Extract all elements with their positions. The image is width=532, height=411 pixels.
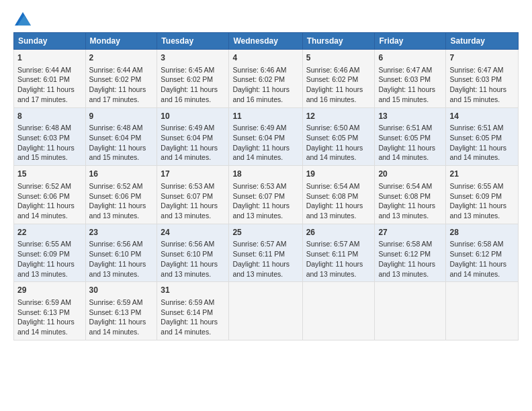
day-info-line: and 15 minutes. bbox=[449, 95, 515, 105]
day-info-line: Sunset: 6:07 PM bbox=[232, 191, 298, 201]
day-info-line: and 16 minutes. bbox=[232, 95, 298, 105]
day-info-line: Sunrise: 6:50 AM bbox=[306, 123, 371, 133]
day-info-line: Sunset: 6:05 PM bbox=[378, 133, 442, 143]
day-info-line: and 14 minutes. bbox=[17, 327, 82, 337]
day-number: 8 bbox=[17, 111, 82, 122]
day-info-line: Sunrise: 6:58 AM bbox=[449, 239, 515, 249]
day-info-line: Sunset: 6:05 PM bbox=[449, 133, 515, 143]
day-info-line: and 13 minutes. bbox=[232, 211, 298, 221]
day-number: 11 bbox=[232, 111, 298, 122]
page: SundayMondayTuesdayWednesdayThursdayFrid… bbox=[0, 0, 532, 411]
day-info-line: Sunset: 6:06 PM bbox=[17, 191, 82, 201]
day-number: 16 bbox=[89, 169, 154, 180]
day-info-line: and 14 minutes. bbox=[232, 152, 298, 163]
calendar-cell: 18Sunrise: 6:53 AMSunset: 6:07 PMDayligh… bbox=[229, 166, 302, 224]
day-info-line: Daylight: 11 hours bbox=[161, 85, 225, 95]
day-info-line: Sunrise: 6:46 AM bbox=[232, 65, 298, 75]
day-number: 23 bbox=[89, 227, 154, 238]
day-info-line: Sunrise: 6:59 AM bbox=[17, 298, 82, 308]
day-number: 15 bbox=[17, 169, 82, 180]
day-info-line: Sunrise: 6:53 AM bbox=[232, 181, 298, 191]
day-info-line: Daylight: 11 hours bbox=[449, 259, 515, 269]
day-info-line: and 13 minutes. bbox=[89, 211, 154, 221]
day-info-line: Sunrise: 6:46 AM bbox=[306, 65, 371, 75]
day-number: 13 bbox=[378, 111, 442, 122]
day-info-line: Sunset: 6:05 PM bbox=[306, 133, 371, 143]
day-info-line: Sunset: 6:02 PM bbox=[89, 75, 154, 85]
day-info-line: Sunset: 6:11 PM bbox=[306, 249, 371, 259]
day-info-line: Sunrise: 6:59 AM bbox=[89, 298, 154, 308]
day-info-line: Daylight: 11 hours bbox=[306, 259, 371, 269]
day-number: 22 bbox=[17, 227, 82, 238]
calendar-cell: 30Sunrise: 6:59 AMSunset: 6:13 PMDayligh… bbox=[85, 282, 157, 340]
day-info-line: and 14 minutes. bbox=[449, 269, 515, 279]
day-info-line: Sunrise: 6:53 AM bbox=[161, 181, 225, 191]
day-info-line: and 16 minutes. bbox=[161, 95, 225, 105]
day-info-line: and 13 minutes. bbox=[449, 211, 515, 221]
day-number: 12 bbox=[306, 111, 371, 122]
calendar-cell: 11Sunrise: 6:49 AMSunset: 6:04 PMDayligh… bbox=[229, 107, 302, 166]
calendar-cell: 14Sunrise: 6:51 AMSunset: 6:05 PMDayligh… bbox=[446, 107, 519, 166]
day-info-line: Daylight: 11 hours bbox=[306, 85, 371, 95]
day-number: 5 bbox=[306, 52, 371, 64]
day-number: 9 bbox=[89, 111, 154, 122]
day-number: 7 bbox=[449, 52, 515, 64]
day-info-line: Sunrise: 6:45 AM bbox=[161, 65, 225, 75]
day-info-line: and 17 minutes. bbox=[17, 95, 82, 105]
day-info-line: Sunrise: 6:47 AM bbox=[378, 65, 442, 75]
calendar-table: SundayMondayTuesdayWednesdayThursdayFrid… bbox=[13, 32, 519, 340]
calendar-cell: 5Sunrise: 6:46 AMSunset: 6:02 PMDaylight… bbox=[302, 50, 375, 108]
day-info-line: Sunrise: 6:54 AM bbox=[306, 181, 371, 191]
day-info-line: Sunset: 6:10 PM bbox=[89, 249, 154, 259]
day-info-line: Daylight: 11 hours bbox=[89, 143, 154, 153]
day-info-line: Daylight: 11 hours bbox=[232, 201, 298, 211]
day-info-line: Sunrise: 6:57 AM bbox=[306, 239, 371, 249]
day-info-line: and 13 minutes. bbox=[161, 269, 225, 279]
day-info-line: Daylight: 11 hours bbox=[232, 143, 298, 153]
day-info-line: Sunrise: 6:49 AM bbox=[232, 123, 298, 133]
day-info-line: Daylight: 11 hours bbox=[378, 201, 442, 211]
day-info-line: Sunrise: 6:59 AM bbox=[161, 298, 225, 308]
calendar-cell bbox=[302, 282, 375, 340]
day-info-line: and 13 minutes. bbox=[89, 269, 154, 279]
day-info-line: Sunset: 6:11 PM bbox=[232, 249, 298, 259]
day-info-line: and 17 minutes. bbox=[89, 95, 154, 105]
calendar-header-monday: Monday bbox=[85, 33, 157, 50]
day-info-line: Daylight: 11 hours bbox=[306, 143, 371, 153]
calendar-cell: 20Sunrise: 6:54 AMSunset: 6:08 PMDayligh… bbox=[375, 166, 446, 224]
day-info-line: and 14 minutes. bbox=[306, 152, 371, 163]
calendar-cell: 26Sunrise: 6:57 AMSunset: 6:11 PMDayligh… bbox=[302, 224, 375, 282]
day-info-line: and 13 minutes. bbox=[378, 211, 442, 221]
day-number: 4 bbox=[232, 52, 298, 64]
day-info-line: Daylight: 11 hours bbox=[161, 259, 225, 269]
day-info-line: Sunset: 6:12 PM bbox=[378, 249, 442, 259]
day-info-line: Sunrise: 6:51 AM bbox=[378, 123, 442, 133]
calendar-header-tuesday: Tuesday bbox=[157, 33, 229, 50]
day-info-line: and 13 minutes. bbox=[306, 269, 371, 279]
day-info-line: and 14 minutes. bbox=[449, 152, 515, 163]
day-info-line: Daylight: 11 hours bbox=[378, 85, 442, 95]
day-info-line: and 15 minutes. bbox=[378, 95, 442, 105]
day-info-line: Sunset: 6:09 PM bbox=[17, 249, 82, 259]
day-info-line: and 13 minutes. bbox=[17, 269, 82, 279]
calendar-header-thursday: Thursday bbox=[302, 33, 375, 50]
calendar-cell: 24Sunrise: 6:56 AMSunset: 6:10 PMDayligh… bbox=[157, 224, 229, 282]
day-number: 17 bbox=[161, 169, 225, 180]
day-number: 14 bbox=[449, 111, 515, 122]
day-info-line: Sunset: 6:09 PM bbox=[449, 191, 515, 201]
day-info-line: Daylight: 11 hours bbox=[306, 201, 371, 211]
day-info-line: Daylight: 11 hours bbox=[232, 85, 298, 95]
day-number: 20 bbox=[378, 169, 442, 180]
calendar-cell: 9Sunrise: 6:48 AMSunset: 6:04 PMDaylight… bbox=[85, 107, 157, 166]
day-info-line: Sunset: 6:03 PM bbox=[17, 133, 82, 143]
day-info-line: Daylight: 11 hours bbox=[89, 85, 154, 95]
day-info-line: Daylight: 11 hours bbox=[449, 143, 515, 153]
calendar-header-friday: Friday bbox=[375, 33, 446, 50]
calendar-cell: 13Sunrise: 6:51 AMSunset: 6:05 PMDayligh… bbox=[375, 107, 446, 166]
day-info-line: Sunrise: 6:55 AM bbox=[449, 181, 515, 191]
day-number: 26 bbox=[306, 227, 371, 238]
day-info-line: Sunset: 6:04 PM bbox=[232, 133, 298, 143]
calendar-week-1: 1Sunrise: 6:44 AMSunset: 6:01 PMDaylight… bbox=[14, 50, 519, 108]
day-info-line: Daylight: 11 hours bbox=[17, 259, 82, 269]
calendar-cell: 28Sunrise: 6:58 AMSunset: 6:12 PMDayligh… bbox=[446, 224, 519, 282]
